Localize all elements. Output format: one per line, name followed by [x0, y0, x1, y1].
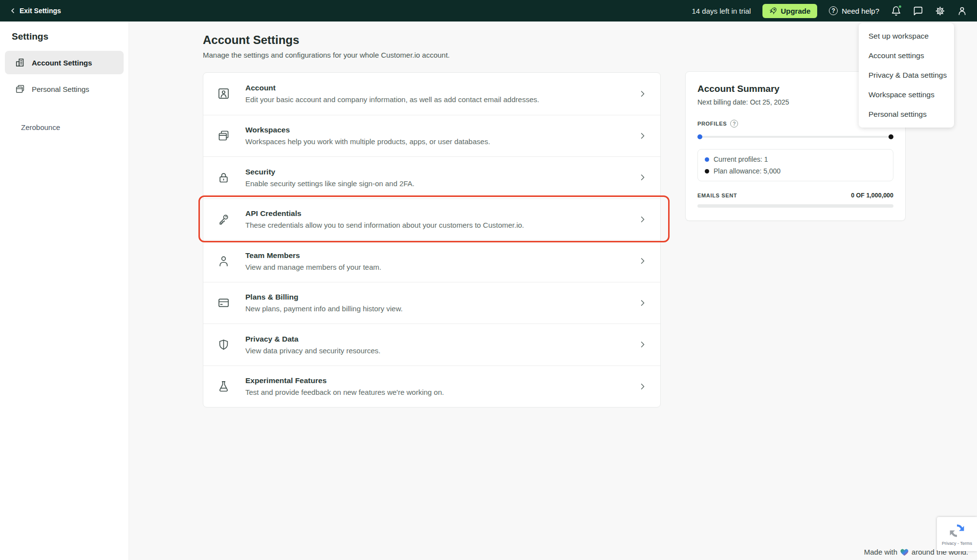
emails-sent-value: 0 OF 1,000,000	[851, 192, 893, 199]
current-profiles-marker	[697, 134, 702, 139]
settings-row-experimental-features[interactable]: Experimental Features Test and provide f…	[203, 366, 660, 408]
settings-row-privacy-data[interactable]: Privacy & Data View data privacy and sec…	[203, 323, 660, 366]
page-subtitle: Manage the settings and configurations f…	[203, 51, 450, 59]
recaptcha-badge[interactable]: Privacy - Terms	[937, 517, 977, 551]
profiles-help-icon[interactable]: ?	[730, 120, 738, 128]
settings-row-title: Plans & Billing	[245, 293, 638, 302]
need-help-button[interactable]: ? Need help?	[829, 6, 879, 15]
sidebar-item-personal-settings[interactable]: Personal Settings	[5, 77, 124, 101]
settings-row-description: View data privacy and security resources…	[245, 346, 638, 355]
emails-sent-label: EMAILS SENT	[697, 193, 737, 198]
notification-dot	[898, 4, 902, 9]
chevron-left-icon	[9, 7, 17, 15]
chevron-right-icon	[638, 340, 648, 349]
user-dropdown-menu: Set up workspace Account settings Privac…	[859, 23, 954, 128]
legend-label: Plan allowance: 5,000	[714, 167, 781, 175]
chevron-right-icon	[638, 131, 648, 141]
made-with-prefix: Made with	[864, 548, 897, 556]
menu-item-workspace-settings[interactable]: Workspace settings	[859, 85, 954, 105]
settings-sidebar: Settings Account Settings Personal Setti…	[0, 22, 129, 560]
recaptcha-logo-icon	[949, 522, 965, 539]
question-circle-icon: ?	[829, 6, 838, 15]
account-user-button[interactable]	[957, 6, 967, 16]
settings-row-title: Workspaces	[245, 126, 638, 134]
settings-row-account[interactable]: Account Edit your basic account and comp…	[203, 73, 660, 115]
need-help-label: Need help?	[842, 7, 879, 15]
recaptcha-privacy-terms[interactable]: Privacy - Terms	[942, 541, 972, 546]
person-icon	[217, 255, 231, 268]
sidebar-title: Settings	[12, 31, 129, 42]
notifications-button[interactable]	[891, 6, 901, 16]
menu-item-privacy-data-settings[interactable]: Privacy & Data settings	[859, 65, 954, 85]
sidebar-item-label: Account Settings	[32, 59, 92, 67]
settings-row-title: Security	[245, 168, 638, 176]
legend-label: Current profiles: 1	[714, 155, 768, 163]
heart-icon	[900, 548, 909, 556]
profiles-label: PROFILES	[697, 121, 727, 127]
settings-row-title: Experimental Features	[245, 376, 638, 385]
settings-row-title: API Credentials	[245, 209, 638, 218]
chevron-right-icon	[638, 172, 648, 182]
profiles-usage-slider	[697, 134, 893, 139]
settings-row-title: Team Members	[245, 251, 638, 260]
settings-row-workspaces[interactable]: Workspaces Workspaces help you work with…	[203, 115, 660, 157]
settings-row-team-members[interactable]: Team Members View and manage members of …	[203, 240, 660, 282]
upgrade-button[interactable]: Upgrade	[762, 4, 817, 18]
legend-item-plan-allowance: Plan allowance: 5,000	[705, 167, 886, 175]
exit-settings-button[interactable]: Exit Settings	[9, 7, 61, 15]
chevron-right-icon	[638, 298, 648, 308]
settings-row-plans-billing[interactable]: Plans & Billing New plans, payment info …	[203, 282, 660, 324]
gear-icon	[935, 6, 945, 16]
building-icon	[15, 57, 25, 68]
chevron-right-icon	[638, 256, 648, 266]
settings-row-description: Edit your basic account and company info…	[245, 95, 638, 104]
page-title: Account Settings	[203, 33, 299, 47]
account-card-icon	[217, 87, 231, 100]
chevron-right-icon	[638, 89, 648, 99]
upgrade-label: Upgrade	[781, 7, 810, 15]
main-content: Account Settings Manage the settings and…	[129, 22, 977, 560]
windows-stack-icon	[15, 84, 25, 94]
trial-countdown: 14 days left in trial	[692, 7, 751, 15]
workspaces-icon	[217, 129, 231, 142]
topbar: Exit Settings 14 days left in trial Upgr…	[0, 0, 977, 22]
plan-allowance-marker	[889, 134, 893, 139]
workspace-name[interactable]: Zerobounce	[21, 123, 129, 131]
settings-row-title: Account	[245, 84, 638, 92]
chat-bubble-icon	[913, 6, 923, 16]
flask-icon	[217, 380, 231, 393]
profiles-legend: Current profiles: 1 Plan allowance: 5,00…	[697, 149, 893, 181]
shield-icon	[217, 338, 231, 351]
blue-dot-icon	[705, 157, 709, 162]
sidebar-item-label: Personal Settings	[32, 85, 89, 93]
settings-gear-button[interactable]	[935, 6, 945, 16]
user-icon	[957, 6, 967, 16]
slider-track	[697, 136, 893, 138]
messages-button[interactable]	[913, 6, 923, 16]
settings-row-description: Workspaces help you work with multiple p…	[245, 137, 638, 146]
key-icon	[217, 213, 231, 226]
settings-row-api-credentials[interactable]: API Credentials These credentials allow …	[203, 198, 660, 240]
emails-sent-progress-bar	[697, 204, 893, 208]
settings-row-description: New plans, payment info and billing hist…	[245, 304, 638, 313]
legend-item-current-profiles: Current profiles: 1	[705, 155, 886, 163]
settings-row-security[interactable]: Security Enable security settings like s…	[203, 156, 660, 198]
settings-list: Account Edit your basic account and comp…	[203, 72, 661, 408]
menu-item-personal-settings[interactable]: Personal settings	[859, 105, 954, 124]
sidebar-item-account-settings[interactable]: Account Settings	[5, 51, 124, 74]
credit-card-icon	[217, 296, 231, 309]
rocket-icon	[769, 7, 777, 15]
settings-row-title: Privacy & Data	[245, 335, 638, 344]
settings-row-description: Test and provide feedback on new feature…	[245, 388, 638, 396]
settings-row-description: View and manage members of your team.	[245, 263, 638, 271]
exit-settings-label: Exit Settings	[20, 7, 61, 15]
lock-icon	[217, 171, 231, 184]
chevron-right-icon	[638, 215, 648, 224]
menu-item-set-up-workspace[interactable]: Set up workspace	[859, 26, 954, 46]
menu-item-account-settings[interactable]: Account settings	[859, 46, 954, 65]
settings-row-description: Enable security settings like single sig…	[245, 179, 638, 188]
chevron-right-icon	[638, 382, 648, 391]
settings-row-description: These credentials allow you to send info…	[245, 221, 638, 229]
black-dot-icon	[705, 169, 709, 173]
